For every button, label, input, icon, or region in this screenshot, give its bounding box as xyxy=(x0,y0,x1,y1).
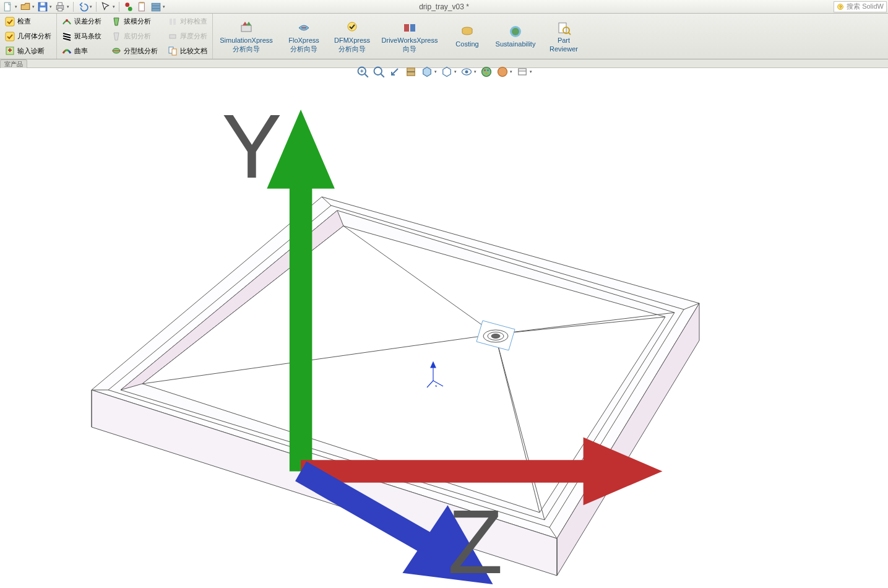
dropdown-caret-icon[interactable]: ▾ xyxy=(15,4,17,9)
dropdown-caret-icon[interactable]: ▾ xyxy=(454,69,457,74)
draft-analysis-button[interactable]: 拔模分析 xyxy=(110,15,159,28)
thickness-analysis-label: 厚度分析 xyxy=(180,32,207,41)
select-cursor-button[interactable] xyxy=(100,1,111,12)
undo-button[interactable] xyxy=(77,1,88,12)
part-reviewer-label-2: Reviewer xyxy=(550,45,578,53)
symmetry-check-label: 对称检查 xyxy=(180,17,207,26)
dropdown-caret-icon[interactable]: ▾ xyxy=(510,69,512,74)
svg-point-49 xyxy=(498,67,507,77)
svg-rect-25 xyxy=(170,35,176,38)
compare-documents-label: 比较文档 xyxy=(180,46,207,56)
print-button[interactable] xyxy=(54,1,66,12)
svg-line-40 xyxy=(381,74,384,77)
svg-point-8 xyxy=(128,7,132,11)
svg-rect-6 xyxy=(58,8,63,11)
dropdown-caret-icon[interactable]: ▾ xyxy=(32,4,35,9)
svg-rect-2 xyxy=(41,2,45,6)
simulationxpress-button[interactable]: SimulationXpress 分析向导 xyxy=(213,14,280,59)
costing-label-1: Costing xyxy=(455,40,478,48)
graphics-viewport[interactable]: * Y Z xyxy=(0,68,888,588)
svg-line-38 xyxy=(364,74,368,77)
ribbon-group-evaluate: 检查 几何体分析 输入诊断 xyxy=(0,14,57,59)
svg-rect-11 xyxy=(152,3,160,5)
svg-rect-30 xyxy=(404,24,409,32)
search-placeholder: 搜索 SolidW xyxy=(847,2,884,11)
simulationxpress-label-2: 分析向导 xyxy=(233,45,260,53)
import-diagnostics-button[interactable]: 输入诊断 xyxy=(4,44,53,58)
view-orientation-button[interactable] xyxy=(421,66,433,78)
sustainability-button[interactable]: Sustainability xyxy=(491,14,540,59)
floxpress-button[interactable]: FloXpress 分析向导 xyxy=(280,14,328,59)
svg-rect-16 xyxy=(6,17,14,26)
svg-rect-31 xyxy=(410,24,415,32)
compare-documents-button[interactable]: 比较文档 xyxy=(166,44,209,58)
svg-point-48 xyxy=(485,72,487,74)
hide-show-button[interactable] xyxy=(460,66,473,78)
svg-rect-50 xyxy=(518,69,526,75)
dfmxpress-label-2: 分析向导 xyxy=(338,45,366,53)
quick-access-toolbar: ▾ ▾ ▾ ▾ ▾ ▾ ▾ xyxy=(0,0,168,13)
help-icon: ? xyxy=(837,3,844,11)
previous-view-button[interactable] xyxy=(389,66,401,78)
zoom-to-fit-button[interactable] xyxy=(356,66,369,78)
dropdown-caret-icon[interactable]: ▾ xyxy=(67,4,69,9)
save-button[interactable] xyxy=(37,1,48,12)
deviation-analysis-label: 误差分析 xyxy=(74,17,101,26)
section-view-button[interactable] xyxy=(405,66,417,78)
svg-marker-83 xyxy=(584,438,663,506)
geometry-analysis-button[interactable]: 几何体分析 xyxy=(4,30,53,43)
file-properties-button[interactable] xyxy=(137,1,148,12)
svg-point-45 xyxy=(481,67,491,77)
sustainability-label-1: Sustainability xyxy=(496,40,536,48)
svg-point-46 xyxy=(484,69,486,71)
ribbon-group-analysis-1: 误差分析 斑马条纹 曲率 xyxy=(57,14,106,59)
dropdown-caret-icon[interactable]: ▾ xyxy=(530,69,532,74)
dropdown-caret-icon[interactable]: ▾ xyxy=(50,4,52,9)
apply-scene-button[interactable] xyxy=(496,66,509,78)
undercut-analysis-button: 底切分析 xyxy=(110,30,159,43)
dfmxpress-button[interactable]: DFMXpress 分析向导 xyxy=(328,14,376,59)
curvature-button[interactable]: 曲率 xyxy=(61,44,103,58)
ribbon-group-analysis-3: 对称检查 厚度分析 比较文档 xyxy=(163,14,213,59)
costing-button[interactable]: Costing xyxy=(443,14,491,59)
svg-point-47 xyxy=(487,69,489,71)
open-doc-button[interactable] xyxy=(20,1,31,12)
dropdown-caret-icon[interactable]: ▾ xyxy=(90,4,92,9)
zebra-stripes-label: 斑马条纹 xyxy=(74,32,101,41)
curvature-label: 曲率 xyxy=(74,46,88,56)
dropdown-caret-icon[interactable]: ▾ xyxy=(434,69,437,74)
deviation-analysis-button[interactable]: 误差分析 xyxy=(61,15,103,28)
dropdown-caret-icon[interactable]: ▾ xyxy=(474,69,476,74)
rebuild-button[interactable] xyxy=(123,1,134,12)
undercut-analysis-label: 底切分析 xyxy=(124,32,151,41)
zoom-to-area-button[interactable] xyxy=(373,66,385,78)
options-button[interactable] xyxy=(150,1,162,12)
edit-appearance-button[interactable] xyxy=(480,66,493,78)
svg-rect-0 xyxy=(4,2,10,11)
coordinate-triad: Y Z xyxy=(4,64,888,584)
display-style-button[interactable] xyxy=(441,66,453,78)
ribbon-toolbar: 检查 几何体分析 输入诊断 误差分析 斑马条纹 曲率 拔模分析 xyxy=(0,14,888,59)
parting-line-analysis-label: 分型线分析 xyxy=(124,46,158,56)
ribbon-group-analysis-2: 拔模分析 底切分析 分型线分析 xyxy=(106,14,163,59)
svg-text:Z: Z xyxy=(448,491,503,584)
search-box[interactable]: ? 搜索 SolidW xyxy=(834,1,887,12)
svg-point-39 xyxy=(374,67,382,76)
import-diagnostics-label: 输入诊断 xyxy=(17,46,45,56)
thickness-analysis-button: 厚度分析 xyxy=(166,30,209,43)
part-reviewer-button[interactable]: Part Reviewer xyxy=(540,14,588,59)
svg-rect-5 xyxy=(58,2,63,6)
svg-rect-9 xyxy=(139,2,144,11)
zebra-stripes-button[interactable]: 斑马条纹 xyxy=(61,30,103,43)
view-settings-button[interactable] xyxy=(516,66,528,78)
parting-line-analysis-button[interactable]: 分型线分析 xyxy=(110,44,159,58)
floxpress-label-2: 分析向导 xyxy=(290,45,317,53)
dropdown-caret-icon[interactable]: ▾ xyxy=(163,4,165,9)
svg-line-36 xyxy=(568,32,571,35)
dropdown-caret-icon[interactable]: ▾ xyxy=(113,4,115,9)
driveworksxpress-button[interactable]: DriveWorksXpress 向导 xyxy=(376,14,443,59)
new-doc-button[interactable] xyxy=(2,1,14,12)
svg-rect-23 xyxy=(170,19,172,25)
check-button[interactable]: 检查 xyxy=(4,15,53,28)
heads-up-view-toolbar: ▾ ▾ ▾ ▾ ▾ xyxy=(354,64,535,79)
